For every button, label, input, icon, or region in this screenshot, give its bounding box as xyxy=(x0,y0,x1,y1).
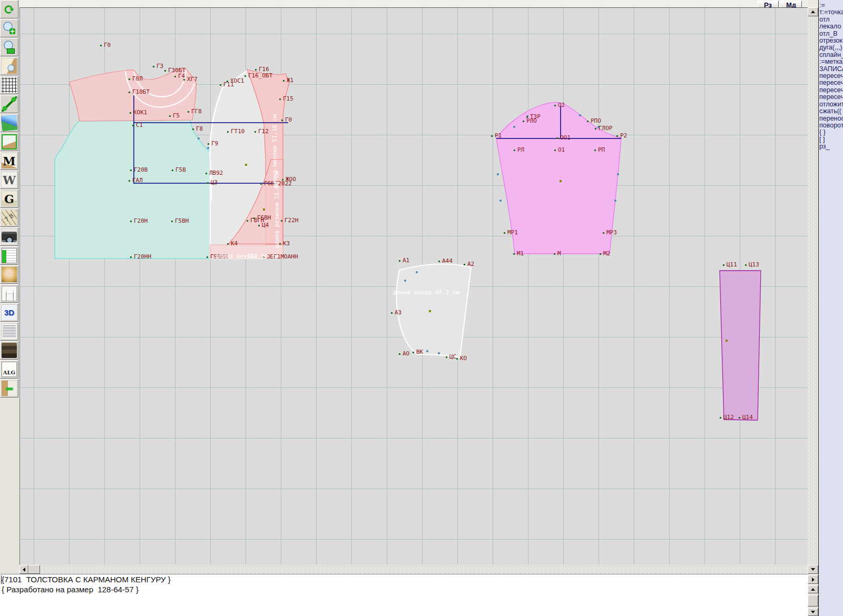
rotate-refresh-icon xyxy=(2,2,17,17)
command-item[interactable]: перенос xyxy=(819,115,843,122)
zoom-window-icon xyxy=(2,39,17,55)
formula-console[interactable]: {7101 ТОЛСТОВКА С КАРМАНОМ КЕНГУРУ } { Р… xyxy=(0,574,808,616)
point-label: Г6ВН xyxy=(257,214,271,221)
grid-button[interactable] xyxy=(0,76,18,94)
fabric-map-button[interactable] xyxy=(0,114,18,132)
canvas-hscroll-track[interactable] xyxy=(40,565,808,574)
canvas-scroll-up-button[interactable] xyxy=(808,7,818,16)
pattern-m-button[interactable] xyxy=(0,152,18,170)
point-label: О1 xyxy=(558,146,565,153)
command-item[interactable]: пересеч xyxy=(819,94,843,101)
spec-table-button[interactable] xyxy=(0,246,18,265)
command-item[interactable]: сплайн_ xyxy=(819,52,843,58)
console-line-1: {7101 ТОЛСТОВКА С КАРМАНОМ КЕНГУРУ } xyxy=(0,574,808,584)
text-report-button[interactable] xyxy=(0,322,18,341)
point-marker xyxy=(188,111,189,113)
point-marker xyxy=(130,170,132,171)
point-label: Г16_ОБТ xyxy=(248,72,273,79)
drawing-canvas[interactable]: Г0Г3Г30БТГ4ХГ7Г0ЛГ10БТКОК1Г5ГГ8С1Г8Г9Г16… xyxy=(19,7,808,565)
point-label: МР1 xyxy=(507,229,518,236)
point-marker xyxy=(130,221,132,222)
command-item[interactable]: отл_В xyxy=(819,31,843,37)
point-label: Г22Н xyxy=(285,217,299,224)
point-label: ЛВ92 xyxy=(209,170,223,176)
pattern-piece-button[interactable] xyxy=(0,133,18,151)
point-label: ГАЛ xyxy=(132,177,143,184)
console-scroll-up-button[interactable] xyxy=(808,585,818,593)
garment-sketch-button[interactable] xyxy=(0,284,18,303)
rotate-refresh-button[interactable] xyxy=(0,0,18,18)
point-marker xyxy=(723,264,724,266)
grading-g-button[interactable] xyxy=(0,190,18,208)
point-marker xyxy=(446,356,447,358)
canvas-vscroll-track[interactable] xyxy=(808,16,818,565)
command-item[interactable]: отл xyxy=(819,16,843,23)
command-item[interactable]: лекало xyxy=(819,23,843,30)
command-item[interactable]: :=метка xyxy=(819,58,843,65)
archive-books-button[interactable] xyxy=(0,341,18,360)
point-label: К3 xyxy=(283,240,290,247)
compass-w-button[interactable] xyxy=(0,171,18,189)
command-item[interactable]: ЗАПИСА xyxy=(819,66,843,73)
point-label: Г15 xyxy=(283,95,293,102)
command-item[interactable]: := xyxy=(819,2,843,9)
command-item[interactable]: [ ] xyxy=(819,136,843,143)
point-marker xyxy=(153,66,154,67)
command-item[interactable]: сжать(( xyxy=(819,108,843,115)
point-marker xyxy=(205,173,207,174)
measure-line-button[interactable] xyxy=(0,95,18,113)
point-label: Ц13 xyxy=(749,261,759,268)
pattern-preview-button[interactable] xyxy=(0,57,18,75)
point-label: МР3 xyxy=(606,229,617,236)
console-vscroll-thumb[interactable] xyxy=(808,595,818,607)
ruler-button[interactable] xyxy=(0,208,18,227)
command-item[interactable]: пересеч xyxy=(819,80,843,86)
alg-document-icon xyxy=(2,362,17,377)
point-marker xyxy=(227,243,229,245)
scroll-up-icon xyxy=(811,11,815,13)
console-scroll-right-button[interactable] xyxy=(808,575,818,584)
exit-button[interactable] xyxy=(0,379,18,398)
point-marker xyxy=(192,128,194,130)
canvas-hscroll-thumb[interactable] xyxy=(28,565,40,574)
point-label: ГЛОР xyxy=(599,125,613,132)
point-marker xyxy=(244,75,246,77)
command-item[interactable]: пересеч xyxy=(819,87,843,94)
command-item[interactable]: отрезок xyxy=(819,37,843,44)
console-scroll-down-button[interactable] xyxy=(808,608,818,616)
scroll-down-icon xyxy=(811,611,815,613)
command-item[interactable]: поворот xyxy=(819,122,843,129)
command-item[interactable]: дуга(,,,) xyxy=(819,44,843,51)
command-item[interactable]: отложит xyxy=(819,101,843,108)
piece-cuff[interactable] xyxy=(720,271,761,420)
point-marker xyxy=(587,121,589,122)
command-item[interactable]: т:=точка xyxy=(819,9,843,16)
piece-pocket[interactable] xyxy=(397,264,471,357)
alg-document-button[interactable] xyxy=(0,360,18,379)
point-label: РПО xyxy=(591,117,601,124)
point-label: ГГ8 xyxy=(191,108,202,115)
point-marker xyxy=(504,232,505,234)
point-marker xyxy=(745,264,747,266)
point-marker xyxy=(130,112,131,114)
view-3d-button[interactable] xyxy=(0,303,18,322)
zoom-in-button[interactable] xyxy=(0,19,18,37)
model-photo-button[interactable] xyxy=(0,265,18,284)
point-marker xyxy=(255,69,257,71)
console-line-2: { Разработано на размер 128-64-57 } xyxy=(0,584,808,594)
point-marker xyxy=(208,143,209,145)
canvas-scroll-left-button[interactable] xyxy=(19,565,28,574)
command-item[interactable]: { } xyxy=(819,129,843,136)
point-marker xyxy=(247,220,248,222)
point-label: А44 xyxy=(442,257,453,264)
point-label: ОО1 xyxy=(560,134,571,141)
point-label: Г20Н xyxy=(134,217,148,224)
canvas-scroll-down-button[interactable] xyxy=(808,565,818,574)
point-label: РП xyxy=(598,146,605,153)
point-marker xyxy=(279,98,281,100)
camera-button[interactable] xyxy=(0,227,18,246)
point-marker xyxy=(129,180,130,182)
zoom-window-button[interactable] xyxy=(0,38,18,56)
command-item[interactable]: пересеч xyxy=(819,73,843,80)
command-item[interactable]: рз_ xyxy=(819,143,843,150)
